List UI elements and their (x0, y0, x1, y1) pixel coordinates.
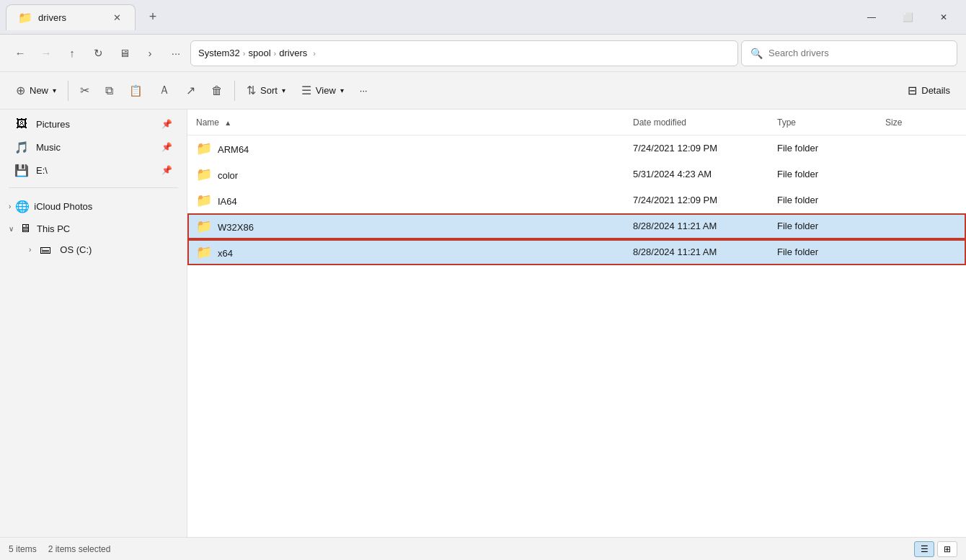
back-button[interactable]: ← (9, 42, 32, 65)
file-date-cell: 8/28/2024 11:21 AM (633, 246, 777, 257)
col-date-header[interactable]: Date modified (633, 117, 777, 128)
up-button[interactable]: ↑ (61, 42, 84, 65)
grid-view-button[interactable]: ⊞ (937, 541, 957, 557)
pin-icon-1: 📌 (161, 142, 172, 152)
window-controls: — ⬜ ✕ (855, 6, 960, 29)
table-row[interactable]: 📁IA64 7/24/2021 12:09 PM File folder (187, 187, 966, 213)
new-tab-button[interactable]: + (141, 6, 164, 29)
close-button[interactable]: ✕ (927, 6, 960, 29)
folder-icon: 📁 (196, 219, 212, 234)
file-type-cell: File folder (777, 246, 885, 257)
toolbar-divider-1 (68, 81, 68, 101)
search-input[interactable] (768, 48, 948, 58)
table-row[interactable]: 📁W32X86 8/28/2024 11:21 AM File folder (187, 213, 966, 239)
file-type-cell: File folder (777, 221, 885, 231)
more-button[interactable]: ··· (353, 78, 375, 104)
this-pc-label: This PC (37, 223, 178, 234)
copy-button[interactable]: ⧉ (98, 78, 120, 104)
name-sort-arrow: ▲ (224, 119, 231, 127)
forward-button[interactable]: → (35, 42, 58, 65)
breadcrumb-bar[interactable]: System32 › spool › drivers › (190, 40, 738, 66)
rename-button[interactable]: Ａ (151, 78, 177, 104)
title-bar: 📁 drivers ✕ + — ⬜ ✕ (0, 0, 966, 35)
sort-chevron-icon: ▾ (282, 86, 285, 94)
location-icon-button[interactable]: 🖥 (112, 42, 136, 65)
sidebar-label-1: Music (36, 142, 154, 153)
view-chevron-icon: ▾ (340, 86, 344, 94)
breadcrumb-expand-button[interactable]: › (138, 42, 161, 65)
pin-icon-2: 📌 (161, 165, 172, 175)
selected-count: 2 items selected (48, 544, 111, 554)
sidebar-item-os-c[interactable]: › 🖴 OS (C:) (3, 238, 184, 261)
copy-icon: ⧉ (105, 84, 113, 97)
view-icon: ☰ (301, 84, 311, 97)
sidebar-item-e--[interactable]: 💾 E:\ 📌 (3, 159, 184, 182)
active-tab[interactable]: 📁 drivers ✕ (6, 4, 136, 30)
breadcrumb-drivers[interactable]: drivers (279, 48, 307, 58)
toolbar-divider-2 (234, 81, 235, 101)
minimize-button[interactable]: — (855, 6, 888, 29)
file-date-cell: 7/24/2021 12:09 PM (633, 143, 777, 154)
paste-button[interactable]: 📋 (122, 78, 150, 104)
item-count: 5 items (9, 544, 37, 554)
col-size-header[interactable]: Size (885, 117, 957, 128)
main-layout: 🖼 Pictures 📌 🎵 Music 📌 💾 E:\ 📌 › 🌐 iClou… (0, 110, 966, 537)
cut-icon: ✂ (80, 84, 89, 97)
breadcrumb-trailing-arrow: › (313, 49, 316, 58)
file-name-cell: 📁color (196, 166, 633, 182)
search-box[interactable]: 🔍 (741, 40, 957, 66)
col-type-header[interactable]: Type (777, 117, 885, 128)
cut-button[interactable]: ✂ (73, 78, 97, 104)
maximize-button[interactable]: ⬜ (891, 6, 924, 29)
file-date-cell: 7/24/2021 12:09 PM (633, 195, 777, 205)
table-row[interactable]: 📁ARM64 7/24/2021 12:09 PM File folder (187, 135, 966, 161)
view-toggle-group: ☰ ⊞ (914, 541, 957, 557)
file-name-cell: 📁IA64 (196, 192, 633, 208)
sidebar-item-icloud-photos[interactable]: › 🌐 iCloud Photos (0, 194, 187, 216)
sidebar-label-0: Pictures (36, 119, 154, 130)
col-name-header[interactable]: Name ▲ (196, 117, 633, 128)
breadcrumb-system32[interactable]: System32 (198, 48, 240, 58)
breadcrumb-spool[interactable]: spool (248, 48, 270, 58)
new-chevron-icon: ▾ (53, 86, 56, 94)
os-c-label: OS (C:) (60, 244, 172, 255)
file-date-cell: 5/31/2024 4:23 AM (633, 169, 777, 179)
details-panel-icon: ⊟ (908, 84, 917, 97)
icloud-chevron-icon: › (9, 203, 11, 210)
share-button[interactable]: ↗ (179, 78, 203, 104)
rename-icon: Ａ (159, 83, 170, 98)
more-locations-button[interactable]: ··· (164, 42, 187, 65)
icloud-icon: 🌐 (15, 200, 30, 213)
view-button[interactable]: ☰ View ▾ (294, 78, 351, 104)
sidebar-item-this-pc[interactable]: ∨ 🖥 This PC (0, 216, 187, 238)
sort-icon: ⇅ (247, 84, 256, 97)
file-date-cell: 8/28/2024 11:21 AM (633, 221, 777, 231)
sidebar-item-music[interactable]: 🎵 Music 📌 (3, 135, 184, 159)
toolbar: ⊕ New ▾ ✂ ⧉ 📋 Ａ ↗ 🗑 ⇅ Sort ▾ ☰ View ▾ ··… (0, 72, 966, 110)
folder-icon: 📁 (196, 193, 212, 208)
more-icon: ··· (360, 85, 368, 96)
new-button[interactable]: ⊕ New ▾ (9, 78, 63, 104)
table-row[interactable]: 📁x64 8/28/2024 11:21 AM File folder (187, 239, 966, 265)
sidebar-pinned-section: 🖼 Pictures 📌 🎵 Music 📌 💾 E:\ 📌 (0, 112, 187, 182)
share-icon: ↗ (186, 84, 195, 97)
view-label: View (316, 85, 336, 96)
file-area: Name ▲ Date modified Type Size 📁ARM64 7/… (187, 110, 966, 537)
table-row[interactable]: 📁color 5/31/2024 4:23 AM File folder (187, 161, 966, 187)
sidebar-item-pictures[interactable]: 🖼 Pictures 📌 (3, 112, 184, 135)
delete-button[interactable]: 🗑 (204, 78, 230, 104)
pin-icon-0: 📌 (161, 119, 172, 129)
sort-label: Sort (260, 85, 278, 96)
details-button[interactable]: ⊟ Details (900, 78, 957, 104)
tab-close-button[interactable]: ✕ (110, 11, 123, 24)
file-type-cell: File folder (777, 195, 885, 205)
folder-icon: 📁 (196, 167, 212, 182)
file-column-header: Name ▲ Date modified Type Size (187, 110, 966, 135)
sort-button[interactable]: ⇅ Sort ▾ (239, 78, 293, 104)
icloud-label: iCloud Photos (34, 201, 178, 212)
file-type-cell: File folder (777, 143, 885, 154)
list-view-button[interactable]: ☰ (914, 541, 934, 557)
sidebar-icon-1: 🎵 (14, 141, 29, 154)
refresh-button[interactable]: ↻ (87, 42, 110, 65)
folder-icon: 📁 (196, 245, 212, 259)
